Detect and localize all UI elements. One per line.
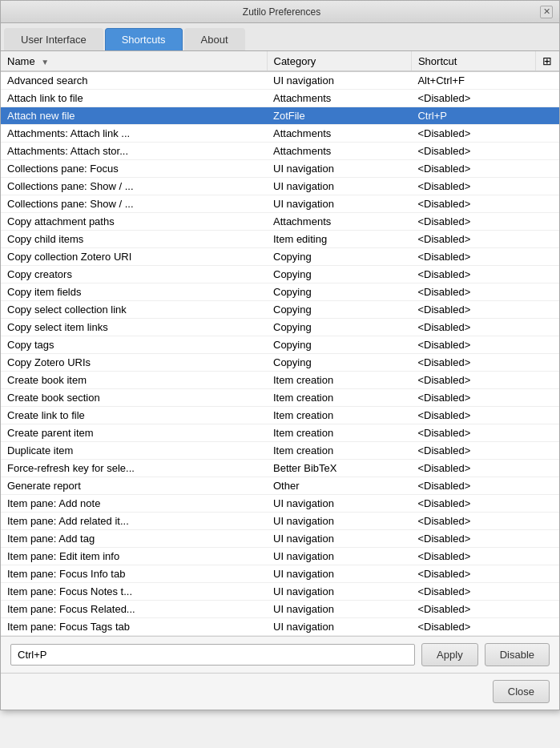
cell-empty (535, 618, 559, 636)
cell-shortcut: <Disabled> (411, 336, 535, 354)
cell-empty (535, 107, 559, 125)
table-row[interactable]: Item pane: Add noteUI navigation<Disable… (1, 495, 559, 513)
table-row[interactable]: Collections pane: FocusUI navigation<Dis… (1, 160, 559, 178)
cell-name: Item pane: Focus Tags tab (1, 618, 267, 636)
table-row[interactable]: Duplicate itemItem creation<Disabled> (1, 442, 559, 460)
tabs-bar: User Interface Shortcuts About (1, 23, 559, 51)
cell-empty (535, 213, 559, 231)
cell-shortcut: <Disabled> (411, 407, 535, 424)
table-row[interactable]: Attach new fileZotFileCtrl+P (1, 107, 559, 125)
table-row[interactable]: Copy child itemsItem editing<Disabled> (1, 231, 559, 248)
export-icon[interactable]: ⊞ (542, 54, 552, 67)
table-row[interactable]: Item pane: Focus Related...UI navigation… (1, 601, 559, 618)
footer-input-row: Apply Disable (1, 637, 559, 674)
cell-shortcut: <Disabled> (411, 442, 535, 460)
cell-empty (535, 407, 559, 424)
table-row[interactable]: Item pane: Focus Tags tabUI navigation<D… (1, 618, 559, 636)
table-row[interactable]: Copy Zotero URIsCopying<Disabled> (1, 354, 559, 372)
close-button[interactable]: Close (493, 680, 550, 703)
table-row[interactable]: Generate reportOther<Disabled> (1, 477, 559, 495)
title-bar: Zutilo Preferences ✕ (1, 1, 559, 23)
table-row[interactable]: Copy select collection linkCopying<Disab… (1, 301, 559, 319)
close-window-button[interactable]: ✕ (540, 6, 553, 18)
table-row[interactable]: Copy creatorsCopying<Disabled> (1, 266, 559, 284)
cell-empty (535, 178, 559, 195)
apply-button[interactable]: Apply (421, 643, 478, 666)
table-row[interactable]: Attach link to fileAttachments<Disabled> (1, 90, 559, 107)
cell-category: Copying (267, 354, 411, 372)
cell-shortcut: <Disabled> (411, 266, 535, 284)
cell-category: UI navigation (267, 583, 411, 601)
tab-shortcuts[interactable]: Shortcuts (105, 28, 183, 50)
column-shortcut[interactable]: Shortcut (411, 51, 535, 71)
cell-category: Item editing (267, 231, 411, 248)
cell-category: UI navigation (267, 178, 411, 195)
cell-empty (535, 495, 559, 513)
table-row[interactable]: Force-refresh key for sele...Better BibT… (1, 460, 559, 477)
cell-name: Item pane: Add tag (1, 530, 267, 548)
table-row[interactable]: Copy tagsCopying<Disabled> (1, 336, 559, 354)
table-row[interactable]: Advanced searchUI navigationAlt+Ctrl+F (1, 71, 559, 90)
cell-name: Create book item (1, 372, 267, 389)
cell-category: ZotFile (267, 107, 411, 125)
cell-name: Create link to file (1, 407, 267, 424)
column-category[interactable]: Category (267, 51, 411, 71)
shortcut-input[interactable] (10, 644, 415, 666)
table-row[interactable]: Item pane: Edit item infoUI navigation<D… (1, 548, 559, 565)
table-row[interactable]: Create link to fileItem creation<Disable… (1, 407, 559, 424)
cell-shortcut: <Disabled> (411, 513, 535, 530)
cell-name: Copy tags (1, 336, 267, 354)
cell-empty (535, 160, 559, 178)
table-header-row: Name ▼ Category Shortcut ⊞ (1, 51, 559, 71)
cell-empty (535, 266, 559, 284)
tab-about[interactable]: About (184, 28, 245, 50)
cell-name: Collections pane: Show / ... (1, 195, 267, 213)
cell-category: UI navigation (267, 530, 411, 548)
cell-name: Duplicate item (1, 442, 267, 460)
cell-name: Collections pane: Show / ... (1, 178, 267, 195)
column-export[interactable]: ⊞ (535, 51, 559, 71)
cell-empty (535, 442, 559, 460)
cell-shortcut: <Disabled> (411, 389, 535, 407)
table-row[interactable]: Collections pane: Show / ...UI navigatio… (1, 178, 559, 195)
cell-shortcut: <Disabled> (411, 143, 535, 160)
cell-shortcut: <Disabled> (411, 583, 535, 601)
cell-shortcut: <Disabled> (411, 565, 535, 583)
cell-shortcut: <Disabled> (411, 460, 535, 477)
table-row[interactable]: Copy collection Zotero URICopying<Disabl… (1, 248, 559, 266)
table-row[interactable]: Create parent itemItem creation<Disabled… (1, 424, 559, 442)
cell-shortcut: <Disabled> (411, 354, 535, 372)
table-row[interactable]: Collections pane: Show / ...UI navigatio… (1, 195, 559, 213)
cell-shortcut: <Disabled> (411, 319, 535, 336)
cell-name: Copy Zotero URIs (1, 354, 267, 372)
cell-empty (535, 248, 559, 266)
table-row[interactable]: Item pane: Focus Notes t...UI navigation… (1, 583, 559, 601)
cell-shortcut: <Disabled> (411, 248, 535, 266)
cell-category: Copying (267, 284, 411, 301)
cell-name: Copy child items (1, 231, 267, 248)
cell-category: UI navigation (267, 548, 411, 565)
cell-shortcut: <Disabled> (411, 601, 535, 618)
table-row[interactable]: Item pane: Add related it...UI navigatio… (1, 513, 559, 530)
cell-empty (535, 231, 559, 248)
cell-category: Item creation (267, 389, 411, 407)
table-row[interactable]: Item pane: Add tagUI navigation<Disabled… (1, 530, 559, 548)
cell-empty (535, 601, 559, 618)
disable-button[interactable]: Disable (485, 643, 550, 666)
tab-user-interface[interactable]: User Interface (4, 28, 103, 50)
cell-name: Copy item fields (1, 284, 267, 301)
cell-shortcut: <Disabled> (411, 548, 535, 565)
table-row[interactable]: Copy item fieldsCopying<Disabled> (1, 284, 559, 301)
table-row[interactable]: Create book itemItem creation<Disabled> (1, 372, 559, 389)
shortcuts-table-container: Name ▼ Category Shortcut ⊞ Advanced sear… (1, 51, 559, 637)
cell-shortcut: Alt+Ctrl+F (411, 71, 535, 90)
column-name[interactable]: Name ▼ (1, 51, 267, 71)
table-row[interactable]: Copy select item linksCopying<Disabled> (1, 319, 559, 336)
table-row[interactable]: Attachments: Attach stor...Attachments<D… (1, 143, 559, 160)
cell-category: Attachments (267, 143, 411, 160)
table-row[interactable]: Create book sectionItem creation<Disable… (1, 389, 559, 407)
table-row[interactable]: Item pane: Focus Info tabUI navigation<D… (1, 565, 559, 583)
table-row[interactable]: Attachments: Attach link ...Attachments<… (1, 125, 559, 143)
cell-category: Attachments (267, 90, 411, 107)
table-row[interactable]: Copy attachment pathsAttachments<Disable… (1, 213, 559, 231)
